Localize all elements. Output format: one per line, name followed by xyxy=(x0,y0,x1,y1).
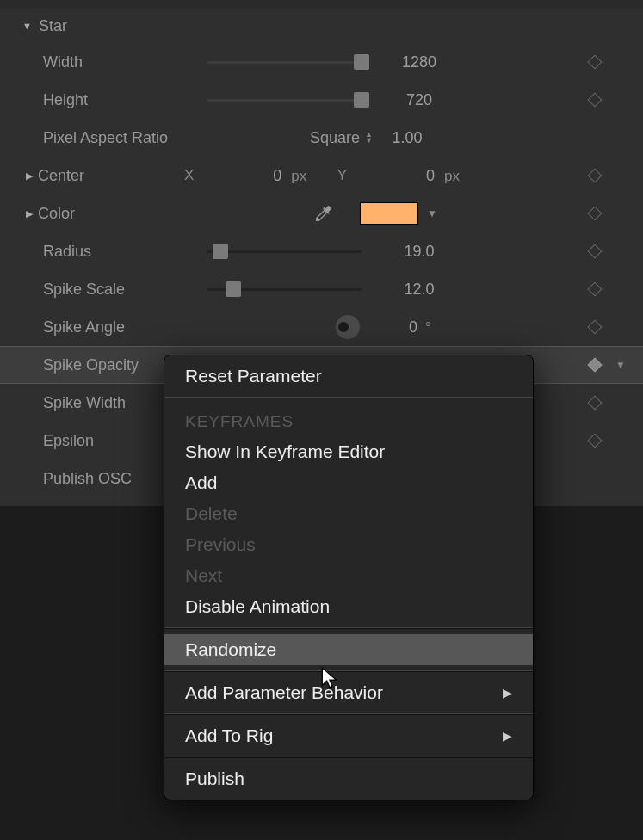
disclosure-closed-icon[interactable] xyxy=(26,207,33,220)
stepper-icon: ▲▼ xyxy=(365,132,373,144)
menu-separator xyxy=(164,397,533,398)
menu-separator xyxy=(164,713,533,715)
param-label: Pixel Aspect Ratio xyxy=(43,129,207,147)
menu-label: Add To Rig xyxy=(185,726,273,746)
disclosure-closed-icon[interactable] xyxy=(26,170,33,182)
menu-separator xyxy=(164,670,533,672)
param-label: Spike Scale xyxy=(43,281,207,299)
context-menu: Reset Parameter KEYFRAMES Show In Keyfra… xyxy=(164,355,534,800)
spike-angle-value[interactable]: 0 ° xyxy=(377,318,463,337)
center-xy-control: X 0 px Y 0 px xyxy=(184,167,460,185)
menu-add-parameter-behavior[interactable]: Add Parameter Behavior ▶ xyxy=(164,677,533,708)
param-row-height: Height 720 xyxy=(0,81,643,119)
param-row-radius: Radius 19.0 xyxy=(0,232,643,270)
chevron-down-icon[interactable]: ▼ xyxy=(427,207,437,219)
menu-show-in-keyframe-editor[interactable]: Show In Keyframe Editor xyxy=(164,436,533,467)
menu-publish[interactable]: Publish xyxy=(164,763,533,794)
y-axis-label: Y xyxy=(337,167,353,184)
height-slider[interactable] xyxy=(207,99,362,102)
param-label: Width xyxy=(43,53,207,71)
aspect-value[interactable]: 1.00 xyxy=(373,129,442,147)
aspect-option: Square xyxy=(310,129,360,147)
slider-thumb[interactable] xyxy=(226,281,241,297)
param-row-width: Width 1280 xyxy=(0,43,643,81)
spike-scale-value[interactable]: 12.0 xyxy=(372,281,467,299)
slider-thumb[interactable] xyxy=(354,54,369,70)
param-label: Center xyxy=(38,167,184,185)
color-swatch[interactable] xyxy=(360,202,418,225)
menu-label: Add Parameter Behavior xyxy=(185,682,383,703)
degree-unit: ° xyxy=(425,319,431,336)
menu-next-keyframe: Next xyxy=(164,560,533,591)
radius-slider[interactable] xyxy=(207,250,362,253)
unit-label: px xyxy=(444,168,460,184)
submenu-arrow-icon: ▶ xyxy=(503,729,512,743)
menu-randomize[interactable]: Randomize xyxy=(164,634,533,665)
angle-dial[interactable] xyxy=(336,315,360,339)
x-axis-label: X xyxy=(184,167,200,184)
disclosure-open-icon[interactable] xyxy=(22,20,32,33)
menu-reset-parameter[interactable]: Reset Parameter xyxy=(164,361,533,392)
menu-add-keyframe[interactable]: Add xyxy=(164,467,533,498)
slider-thumb[interactable] xyxy=(354,92,369,108)
menu-separator xyxy=(164,757,533,758)
menu-previous-keyframe: Previous xyxy=(164,529,533,560)
param-label: Spike Angle xyxy=(43,318,207,337)
param-label: Color xyxy=(38,205,184,223)
eyedropper-icon[interactable] xyxy=(313,203,334,224)
menu-section-keyframes: KEYFRAMES xyxy=(164,404,533,436)
param-row-color: Color ▼ xyxy=(0,195,643,232)
param-row-aspect: Pixel Aspect Ratio Square ▲▼ 1.00 xyxy=(0,119,643,157)
menu-disable-animation[interactable]: Disable Animation xyxy=(164,591,533,622)
menu-add-to-rig[interactable]: Add To Rig ▶ xyxy=(164,720,533,751)
center-y-value[interactable]: 0 xyxy=(383,167,435,185)
slider-thumb[interactable] xyxy=(213,244,228,259)
center-x-value[interactable]: 0 xyxy=(230,167,281,185)
angle-number: 0 xyxy=(409,318,417,336)
chevron-down-icon[interactable]: ▼ xyxy=(615,359,626,371)
param-row-spike-angle: Spike Angle 0 ° xyxy=(0,308,643,346)
param-label: Radius xyxy=(43,243,207,261)
aspect-dropdown[interactable]: Square ▲▼ xyxy=(310,129,373,147)
height-value[interactable]: 720 xyxy=(372,91,467,109)
group-header[interactable]: Star xyxy=(0,9,643,43)
menu-separator xyxy=(164,627,533,629)
group-title: Star xyxy=(39,17,67,35)
menu-delete-keyframe: Delete xyxy=(164,498,533,529)
submenu-arrow-icon: ▶ xyxy=(503,686,512,700)
param-row-spike-scale: Spike Scale 12.0 xyxy=(0,270,643,308)
spike-scale-slider[interactable] xyxy=(207,288,362,291)
radius-value[interactable]: 19.0 xyxy=(372,243,467,261)
width-slider[interactable] xyxy=(207,61,362,64)
width-value[interactable]: 1280 xyxy=(372,53,467,71)
unit-label: px xyxy=(291,168,306,184)
param-row-center: Center X 0 px Y 0 px xyxy=(0,157,643,195)
param-label: Height xyxy=(43,91,207,109)
